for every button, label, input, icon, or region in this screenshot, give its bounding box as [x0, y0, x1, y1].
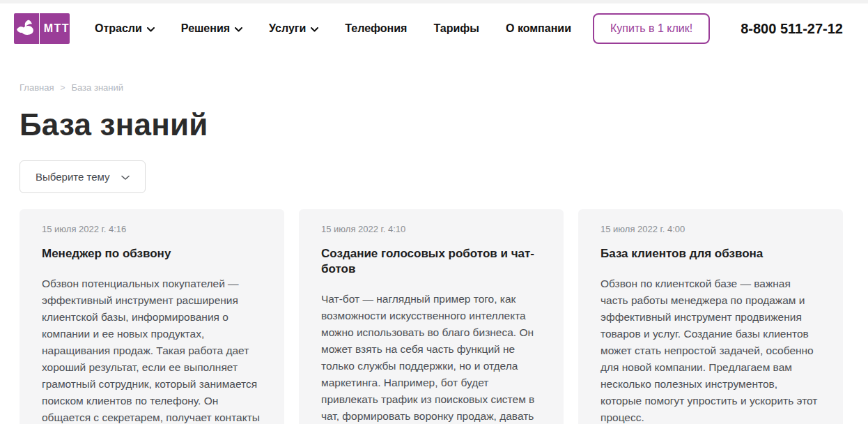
- nav-item-label: Услуги: [269, 22, 306, 35]
- article-card-grid: 15 июля 2022 г. 4:16 Менеджер по обзвону…: [20, 209, 843, 424]
- page-title: База знаний: [20, 107, 843, 142]
- article-excerpt: Обзвон по клиентской базе — важная часть…: [600, 275, 821, 424]
- article-card[interactable]: 15 июля 2022 г. 4:10 Создание голосовых …: [299, 209, 564, 424]
- site-header: МТТ Отрасли Решения Услуги Телефония Тар…: [0, 3, 868, 54]
- breadcrumb-separator: >: [60, 83, 65, 93]
- nav-item-o-kompanii[interactable]: О компании: [506, 22, 571, 35]
- nav-item-otrasli[interactable]: Отрасли: [95, 22, 155, 35]
- phone-number-link[interactable]: 8-800 511-27-12: [741, 21, 843, 37]
- main-nav: Отрасли Решения Услуги Телефония Тарифы …: [95, 22, 571, 35]
- article-date: 15 июля 2022 г. 4:00: [600, 224, 821, 234]
- nav-item-label: Решения: [181, 22, 230, 35]
- article-card[interactable]: 15 июля 2022 г. 4:16 Менеджер по обзвону…: [20, 209, 284, 424]
- nav-item-label: Телефония: [345, 22, 407, 35]
- article-excerpt: Обзвон потенциальных покупателей — эффек…: [42, 275, 262, 424]
- chevron-down-icon: [121, 171, 130, 183]
- nav-item-uslugi[interactable]: Услуги: [269, 22, 318, 35]
- logo-text: МТТ: [40, 22, 70, 35]
- article-title-link[interactable]: Создание голосовых роботов и чат-ботов: [321, 246, 541, 277]
- article-card[interactable]: 15 июля 2022 г. 4:00 База клиентов для о…: [578, 209, 843, 424]
- article-date: 15 июля 2022 г. 4:10: [321, 224, 541, 234]
- article-title-link[interactable]: База клиентов для обзвона: [600, 246, 821, 262]
- nav-item-telefoniya[interactable]: Телефония: [345, 22, 407, 35]
- mtt-logo[interactable]: МТТ: [14, 13, 70, 44]
- breadcrumb: Главная > База знаний: [20, 82, 843, 93]
- bird-icon: [14, 20, 39, 38]
- main-content: Главная > База знаний База знаний Выбери…: [0, 82, 868, 424]
- nav-item-label: Тарифы: [433, 22, 479, 35]
- nav-item-tarify[interactable]: Тарифы: [433, 22, 479, 35]
- article-date: 15 июля 2022 г. 4:16: [42, 224, 262, 234]
- chevron-down-icon: [147, 22, 155, 35]
- topic-select-dropdown[interactable]: Выберите тему: [20, 160, 146, 193]
- topic-select-label: Выберите тему: [36, 171, 110, 183]
- article-excerpt: Чат-бот — наглядный пример того, как воз…: [321, 291, 541, 424]
- chevron-down-icon: [235, 22, 242, 35]
- chevron-down-icon: [311, 22, 318, 35]
- nav-item-label: Отрасли: [95, 22, 142, 35]
- article-title-link[interactable]: Менеджер по обзвону: [42, 246, 262, 262]
- breadcrumb-current: База знаний: [72, 82, 124, 93]
- breadcrumb-home-link[interactable]: Главная: [20, 82, 54, 93]
- nav-item-resheniya[interactable]: Решения: [181, 22, 242, 35]
- buy-one-click-button[interactable]: Купить в 1 клик!: [593, 13, 710, 44]
- nav-item-label: О компании: [506, 22, 571, 35]
